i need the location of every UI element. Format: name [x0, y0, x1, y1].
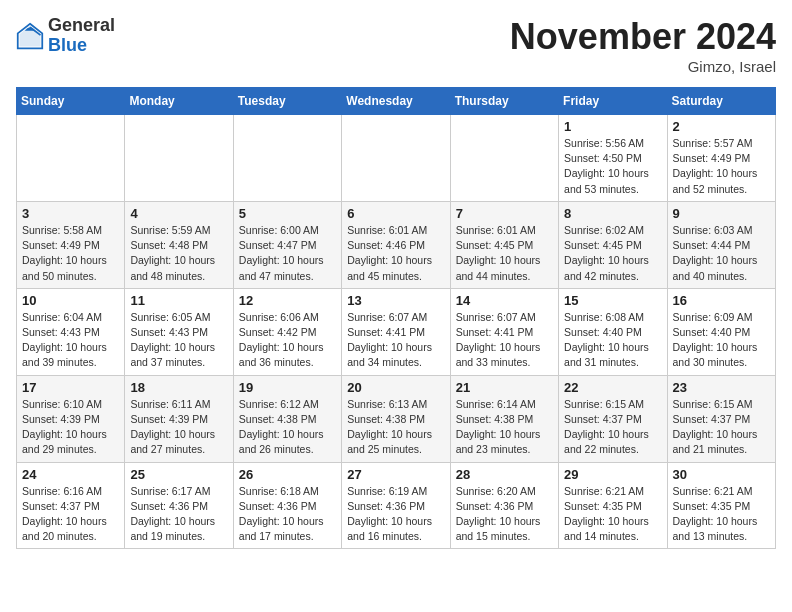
- logo-general-text: General: [48, 15, 115, 35]
- calendar-cell: 25Sunrise: 6:17 AM Sunset: 4:36 PM Dayli…: [125, 462, 233, 549]
- day-info: Sunrise: 6:17 AM Sunset: 4:36 PM Dayligh…: [130, 484, 227, 545]
- day-info: Sunrise: 6:03 AM Sunset: 4:44 PM Dayligh…: [673, 223, 770, 284]
- calendar-cell: 11Sunrise: 6:05 AM Sunset: 4:43 PM Dayli…: [125, 288, 233, 375]
- day-number: 29: [564, 467, 661, 482]
- calendar-cell: 30Sunrise: 6:21 AM Sunset: 4:35 PM Dayli…: [667, 462, 775, 549]
- day-info: Sunrise: 6:08 AM Sunset: 4:40 PM Dayligh…: [564, 310, 661, 371]
- day-number: 5: [239, 206, 336, 221]
- day-number: 22: [564, 380, 661, 395]
- weekday-header-monday: Monday: [125, 88, 233, 115]
- day-info: Sunrise: 6:20 AM Sunset: 4:36 PM Dayligh…: [456, 484, 553, 545]
- calendar-cell: 19Sunrise: 6:12 AM Sunset: 4:38 PM Dayli…: [233, 375, 341, 462]
- day-info: Sunrise: 6:00 AM Sunset: 4:47 PM Dayligh…: [239, 223, 336, 284]
- day-number: 25: [130, 467, 227, 482]
- day-number: 11: [130, 293, 227, 308]
- day-info: Sunrise: 6:02 AM Sunset: 4:45 PM Dayligh…: [564, 223, 661, 284]
- calendar-cell: 3Sunrise: 5:58 AM Sunset: 4:49 PM Daylig…: [17, 201, 125, 288]
- logo-icon: [16, 22, 44, 50]
- day-number: 10: [22, 293, 119, 308]
- day-info: Sunrise: 5:58 AM Sunset: 4:49 PM Dayligh…: [22, 223, 119, 284]
- calendar-cell: 2Sunrise: 5:57 AM Sunset: 4:49 PM Daylig…: [667, 115, 775, 202]
- day-info: Sunrise: 6:19 AM Sunset: 4:36 PM Dayligh…: [347, 484, 444, 545]
- day-number: 14: [456, 293, 553, 308]
- day-number: 7: [456, 206, 553, 221]
- calendar-cell: [125, 115, 233, 202]
- calendar-cell: 10Sunrise: 6:04 AM Sunset: 4:43 PM Dayli…: [17, 288, 125, 375]
- calendar-cell: 16Sunrise: 6:09 AM Sunset: 4:40 PM Dayli…: [667, 288, 775, 375]
- day-number: 28: [456, 467, 553, 482]
- day-number: 8: [564, 206, 661, 221]
- day-number: 16: [673, 293, 770, 308]
- day-info: Sunrise: 6:05 AM Sunset: 4:43 PM Dayligh…: [130, 310, 227, 371]
- day-info: Sunrise: 5:59 AM Sunset: 4:48 PM Dayligh…: [130, 223, 227, 284]
- day-number: 27: [347, 467, 444, 482]
- day-number: 18: [130, 380, 227, 395]
- weekday-header-wednesday: Wednesday: [342, 88, 450, 115]
- calendar-cell: [450, 115, 558, 202]
- day-number: 2: [673, 119, 770, 134]
- weekday-header-row: SundayMondayTuesdayWednesdayThursdayFrid…: [17, 88, 776, 115]
- day-info: Sunrise: 6:07 AM Sunset: 4:41 PM Dayligh…: [347, 310, 444, 371]
- day-info: Sunrise: 6:15 AM Sunset: 4:37 PM Dayligh…: [564, 397, 661, 458]
- day-info: Sunrise: 6:21 AM Sunset: 4:35 PM Dayligh…: [564, 484, 661, 545]
- day-info: Sunrise: 6:16 AM Sunset: 4:37 PM Dayligh…: [22, 484, 119, 545]
- calendar-cell: 17Sunrise: 6:10 AM Sunset: 4:39 PM Dayli…: [17, 375, 125, 462]
- day-info: Sunrise: 6:10 AM Sunset: 4:39 PM Dayligh…: [22, 397, 119, 458]
- day-number: 6: [347, 206, 444, 221]
- calendar-week-row: 17Sunrise: 6:10 AM Sunset: 4:39 PM Dayli…: [17, 375, 776, 462]
- day-number: 15: [564, 293, 661, 308]
- day-number: 17: [22, 380, 119, 395]
- calendar-cell: [233, 115, 341, 202]
- day-number: 4: [130, 206, 227, 221]
- calendar-week-row: 10Sunrise: 6:04 AM Sunset: 4:43 PM Dayli…: [17, 288, 776, 375]
- day-number: 23: [673, 380, 770, 395]
- calendar-cell: 29Sunrise: 6:21 AM Sunset: 4:35 PM Dayli…: [559, 462, 667, 549]
- weekday-header-sunday: Sunday: [17, 88, 125, 115]
- day-number: 19: [239, 380, 336, 395]
- calendar-week-row: 24Sunrise: 6:16 AM Sunset: 4:37 PM Dayli…: [17, 462, 776, 549]
- calendar-cell: 28Sunrise: 6:20 AM Sunset: 4:36 PM Dayli…: [450, 462, 558, 549]
- weekday-header-saturday: Saturday: [667, 88, 775, 115]
- calendar-cell: 9Sunrise: 6:03 AM Sunset: 4:44 PM Daylig…: [667, 201, 775, 288]
- calendar-week-row: 3Sunrise: 5:58 AM Sunset: 4:49 PM Daylig…: [17, 201, 776, 288]
- calendar-table: SundayMondayTuesdayWednesdayThursdayFrid…: [16, 87, 776, 549]
- day-info: Sunrise: 6:01 AM Sunset: 4:46 PM Dayligh…: [347, 223, 444, 284]
- calendar-cell: 21Sunrise: 6:14 AM Sunset: 4:38 PM Dayli…: [450, 375, 558, 462]
- calendar-cell: 24Sunrise: 6:16 AM Sunset: 4:37 PM Dayli…: [17, 462, 125, 549]
- calendar-cell: 26Sunrise: 6:18 AM Sunset: 4:36 PM Dayli…: [233, 462, 341, 549]
- calendar-cell: [342, 115, 450, 202]
- day-number: 30: [673, 467, 770, 482]
- day-number: 26: [239, 467, 336, 482]
- day-info: Sunrise: 5:56 AM Sunset: 4:50 PM Dayligh…: [564, 136, 661, 197]
- day-info: Sunrise: 6:07 AM Sunset: 4:41 PM Dayligh…: [456, 310, 553, 371]
- day-number: 24: [22, 467, 119, 482]
- weekday-header-thursday: Thursday: [450, 88, 558, 115]
- day-number: 21: [456, 380, 553, 395]
- calendar-cell: 1Sunrise: 5:56 AM Sunset: 4:50 PM Daylig…: [559, 115, 667, 202]
- calendar-cell: 8Sunrise: 6:02 AM Sunset: 4:45 PM Daylig…: [559, 201, 667, 288]
- day-info: Sunrise: 6:01 AM Sunset: 4:45 PM Dayligh…: [456, 223, 553, 284]
- calendar-cell: 4Sunrise: 5:59 AM Sunset: 4:48 PM Daylig…: [125, 201, 233, 288]
- month-title: November 2024: [510, 16, 776, 58]
- page-header: General Blue November 2024 Gimzo, Israel: [16, 16, 776, 75]
- day-info: Sunrise: 6:12 AM Sunset: 4:38 PM Dayligh…: [239, 397, 336, 458]
- calendar-cell: 27Sunrise: 6:19 AM Sunset: 4:36 PM Dayli…: [342, 462, 450, 549]
- day-info: Sunrise: 6:13 AM Sunset: 4:38 PM Dayligh…: [347, 397, 444, 458]
- day-number: 3: [22, 206, 119, 221]
- calendar-cell: 20Sunrise: 6:13 AM Sunset: 4:38 PM Dayli…: [342, 375, 450, 462]
- calendar-week-row: 1Sunrise: 5:56 AM Sunset: 4:50 PM Daylig…: [17, 115, 776, 202]
- calendar-cell: 15Sunrise: 6:08 AM Sunset: 4:40 PM Dayli…: [559, 288, 667, 375]
- day-info: Sunrise: 6:04 AM Sunset: 4:43 PM Dayligh…: [22, 310, 119, 371]
- calendar-cell: 18Sunrise: 6:11 AM Sunset: 4:39 PM Dayli…: [125, 375, 233, 462]
- calendar-cell: 12Sunrise: 6:06 AM Sunset: 4:42 PM Dayli…: [233, 288, 341, 375]
- calendar-cell: 6Sunrise: 6:01 AM Sunset: 4:46 PM Daylig…: [342, 201, 450, 288]
- day-number: 1: [564, 119, 661, 134]
- day-number: 20: [347, 380, 444, 395]
- calendar-cell: 23Sunrise: 6:15 AM Sunset: 4:37 PM Dayli…: [667, 375, 775, 462]
- day-number: 12: [239, 293, 336, 308]
- calendar-cell: 7Sunrise: 6:01 AM Sunset: 4:45 PM Daylig…: [450, 201, 558, 288]
- day-number: 13: [347, 293, 444, 308]
- weekday-header-friday: Friday: [559, 88, 667, 115]
- logo-blue-text: Blue: [48, 35, 87, 55]
- day-info: Sunrise: 6:15 AM Sunset: 4:37 PM Dayligh…: [673, 397, 770, 458]
